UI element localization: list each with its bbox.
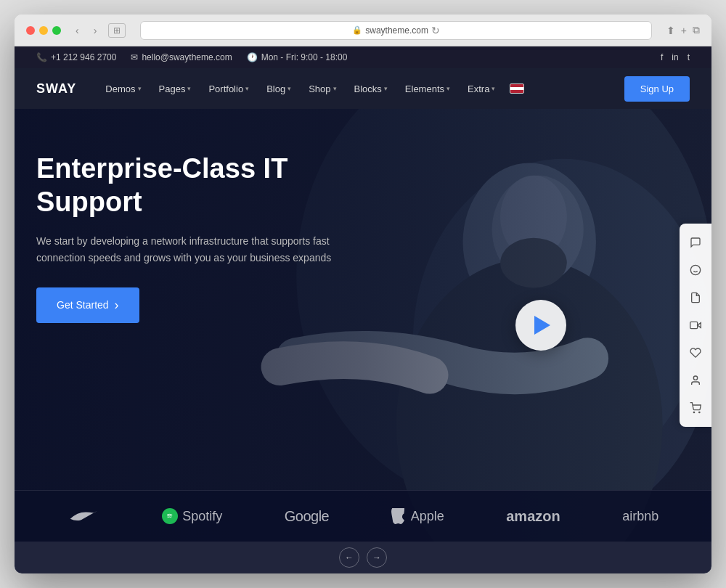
- apple-logo: Apple: [391, 508, 444, 524]
- browser-window: ‹ › ⊞ 🔒 swaytheme.com ↻ ⬆ + ⧉ 📞 +1 212 9…: [15, 15, 711, 573]
- emoji-icon-button[interactable]: [682, 257, 709, 283]
- chevron-down-icon: ▾: [384, 85, 388, 92]
- facebook-link[interactable]: f: [661, 52, 663, 62]
- right-sidebar: [680, 224, 711, 427]
- prev-arrow-icon: ←: [345, 552, 354, 563]
- brands-bar: Spotify Google Apple amazon: [15, 490, 711, 542]
- nav-pages[interactable]: Pages ▾: [152, 78, 199, 100]
- comment-icon-button[interactable]: [682, 229, 709, 256]
- nav-demos[interactable]: Demos ▾: [98, 78, 148, 100]
- next-arrow-icon: →: [372, 552, 381, 563]
- address-bar[interactable]: 🔒 swaytheme.com ↻: [140, 21, 651, 40]
- cta-label: Get Started: [57, 299, 109, 311]
- chevron-down-icon: ▾: [492, 85, 495, 92]
- cart-icon-button[interactable]: [682, 395, 709, 421]
- prev-arrow-button[interactable]: ←: [339, 547, 359, 568]
- nav-portfolio[interactable]: Portfolio ▾: [201, 78, 256, 100]
- email-info: ✉ hello@swaytheme.com: [131, 52, 232, 62]
- spotify-logo: Spotify: [162, 508, 222, 524]
- svg-point-8: [690, 265, 700, 274]
- heart-icon-button[interactable]: [682, 340, 709, 366]
- document-icon-button[interactable]: [682, 285, 709, 311]
- nav-extra[interactable]: Extra ▾: [460, 78, 502, 100]
- hours-text: Mon - Fri: 9:00 - 18:00: [261, 52, 348, 62]
- close-button[interactable]: [26, 26, 35, 35]
- hours-info: 🕐 Mon - Fri: 9:00 - 18:00: [247, 52, 348, 62]
- chevron-down-icon: ▾: [187, 85, 191, 92]
- hero-content: Enterprise-Class IT Support We start by …: [15, 109, 414, 490]
- amazon-text: amazon: [506, 508, 560, 525]
- svg-marker-11: [698, 323, 701, 328]
- nike-logo: [68, 505, 100, 527]
- carousel-nav: ← →: [15, 542, 711, 573]
- svg-point-13: [693, 376, 697, 380]
- signup-button[interactable]: Sign Up: [624, 76, 690, 102]
- ssl-lock-icon: 🔒: [352, 25, 362, 35]
- nav-blocks[interactable]: Blocks ▾: [347, 78, 395, 100]
- play-button[interactable]: [515, 300, 566, 351]
- tab-overview-button[interactable]: ⊞: [108, 23, 126, 38]
- video-icon-button[interactable]: [682, 312, 709, 338]
- amazon-logo: amazon: [506, 508, 560, 525]
- back-button[interactable]: ‹: [71, 23, 83, 38]
- hero-subtitle: We start by developing a network infrast…: [36, 233, 341, 266]
- chevron-down-icon: ▾: [333, 85, 337, 92]
- phone-number: +1 212 946 2700: [51, 52, 116, 62]
- apple-text: Apple: [411, 509, 444, 524]
- svg-rect-12: [690, 322, 698, 328]
- phone-icon: 📞: [36, 52, 47, 62]
- get-started-button[interactable]: Get Started ›: [36, 287, 139, 323]
- play-triangle-icon: [534, 316, 550, 335]
- google-text: Google: [285, 508, 330, 525]
- nav-blog[interactable]: Blog ▾: [259, 78, 298, 100]
- chevron-down-icon: ▾: [138, 85, 142, 92]
- browser-titlebar: ‹ › ⊞ 🔒 swaytheme.com ↻ ⬆ + ⧉: [15, 15, 711, 46]
- spotify-icon: [162, 508, 178, 524]
- share-button[interactable]: ⬆: [666, 24, 675, 36]
- nav-elements[interactable]: Elements ▾: [398, 78, 457, 100]
- linkedin-link[interactable]: in: [672, 52, 678, 62]
- next-arrow-button[interactable]: →: [367, 547, 387, 568]
- chevron-down-icon: ▾: [446, 85, 450, 92]
- svg-point-14: [693, 412, 694, 412]
- minimize-button[interactable]: [39, 26, 48, 35]
- svg-point-16: [166, 512, 174, 520]
- twitter-link[interactable]: t: [688, 52, 690, 62]
- airbnb-text: airbnb: [622, 509, 658, 524]
- phone-info: 📞 +1 212 946 2700: [36, 52, 116, 62]
- spotify-text: Spotify: [182, 509, 222, 524]
- hero-section: Enterprise-Class IT Support We start by …: [15, 109, 711, 542]
- top-info-bar: 📞 +1 212 946 2700 ✉ hello@swaytheme.com …: [15, 46, 711, 68]
- nav-shop[interactable]: Shop ▾: [301, 78, 343, 100]
- site-logo[interactable]: SWAY: [36, 81, 76, 97]
- email-icon: ✉: [131, 52, 138, 62]
- airbnb-logo: airbnb: [622, 509, 658, 524]
- nav-menu: Demos ▾ Pages ▾ Portfolio ▾ Blog ▾ Shop …: [98, 78, 616, 100]
- chevron-down-icon: ▾: [287, 85, 291, 92]
- top-info-left: 📞 +1 212 946 2700 ✉ hello@swaytheme.com …: [36, 52, 347, 62]
- refresh-button[interactable]: ↻: [431, 25, 440, 36]
- email-address: hello@swaytheme.com: [142, 52, 232, 62]
- chevron-down-icon: ▾: [245, 85, 249, 92]
- navbar: SWAY Demos ▾ Pages ▾ Portfolio ▾ Blog ▾ …: [15, 68, 711, 109]
- svg-point-15: [699, 412, 700, 412]
- browser-controls: ‹ ›: [71, 23, 101, 38]
- tabs-button[interactable]: ⧉: [693, 24, 700, 36]
- social-links: f in t: [661, 52, 690, 62]
- website-content: 📞 +1 212 946 2700 ✉ hello@swaytheme.com …: [15, 46, 711, 573]
- maximize-button[interactable]: [52, 26, 61, 35]
- hero-title: Enterprise-Class IT Support: [36, 152, 392, 219]
- cta-arrow-icon: ›: [115, 298, 119, 313]
- google-logo: Google: [285, 508, 330, 525]
- browser-actions: ⬆ + ⧉: [666, 24, 700, 36]
- forward-button[interactable]: ›: [89, 23, 102, 38]
- url-text: swaytheme.com: [365, 25, 428, 36]
- clock-icon: 🕐: [247, 52, 258, 62]
- language-flag[interactable]: [510, 83, 524, 94]
- traffic-lights: [26, 26, 61, 35]
- new-tab-button[interactable]: +: [681, 24, 687, 36]
- person-icon-button[interactable]: [682, 367, 709, 393]
